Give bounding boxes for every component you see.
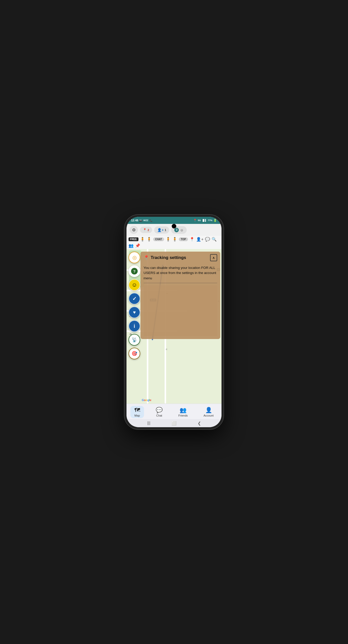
status-location-icon: 📍 bbox=[193, 219, 197, 222]
tracking-pin-icon: 📍 bbox=[144, 255, 149, 260]
help-question-icon: ? bbox=[131, 268, 138, 274]
emoji-button[interactable]: ☺ bbox=[129, 279, 140, 291]
nav-item-chat[interactable]: 💬 Chat bbox=[152, 406, 167, 418]
smiley-face-icon: ☺ bbox=[132, 282, 137, 288]
status-carrier: WZZ bbox=[143, 219, 148, 222]
home-gesture[interactable]: ⬜ bbox=[171, 421, 177, 426]
account-nav-label: Account bbox=[203, 414, 214, 417]
map-nav-label: Map bbox=[134, 414, 140, 417]
status-left: 12:48 📷 WZZ 📞 bbox=[131, 219, 152, 222]
status-battery-icon: 🔋 bbox=[213, 219, 217, 222]
top-pill[interactable]: TOP bbox=[179, 237, 188, 241]
add-friend-button[interactable]: 👤+ 1 bbox=[154, 226, 169, 234]
friends-nav-label: Friends bbox=[178, 414, 188, 417]
status-phone-icon: 📞 bbox=[149, 219, 152, 222]
pin-icon[interactable]: 📍 bbox=[189, 237, 195, 242]
info-button[interactable]: i bbox=[129, 320, 140, 332]
toolbar: FREE 🧍 🧍 CHAT 🧍 🧍 TOP 📍 👤+ 💬 🔍 👥 📌 bbox=[126, 236, 222, 249]
add-person-toolbar-icon[interactable]: 👤+ bbox=[196, 237, 203, 242]
panel-content-area bbox=[144, 285, 217, 336]
status-network: 5G bbox=[198, 219, 201, 222]
phone-frame: 12:48 📷 WZZ 📞 📍 5G ▐▌▌ 77% 🔋 ⊙ 📍 2 bbox=[124, 215, 224, 429]
heart-button[interactable]: ♥ bbox=[129, 306, 140, 318]
chat-nav-icon: 💬 bbox=[156, 407, 163, 413]
location-pin-icon: 📍 bbox=[143, 228, 147, 232]
friends-nav-icon: 👥 bbox=[180, 407, 186, 413]
person-icon-4[interactable]: 🧍 bbox=[172, 237, 177, 242]
panel-title-text: Tracking settings bbox=[151, 255, 186, 260]
panel-close-button[interactable]: ∧ bbox=[210, 254, 217, 261]
status-battery: 77% bbox=[208, 219, 212, 222]
tracking-panel: 📍 Tracking settings ∧ You can disable sh… bbox=[140, 252, 220, 339]
chat-pill[interactable]: CHAT bbox=[153, 237, 164, 241]
account-nav-icon: 👤 bbox=[205, 407, 212, 413]
camera-notch bbox=[172, 224, 176, 228]
camera-icon: ⊙ bbox=[132, 227, 135, 232]
chat-pill-label: CHAT bbox=[155, 238, 162, 241]
gesture-bar: ||| ⬜ ❮ bbox=[126, 419, 222, 427]
panel-body: You can disable sharing your location FO… bbox=[140, 263, 220, 339]
bottom-nav: 🗺 Map 💬 Chat 👥 Friends 👤 Account bbox=[126, 404, 222, 419]
location-icon[interactable]: 📌 bbox=[135, 243, 140, 248]
map-label-c: C bbox=[166, 348, 167, 350]
top-pill-label: TOP bbox=[181, 238, 186, 241]
status-time: 12:48 bbox=[131, 219, 138, 222]
panel-divider bbox=[144, 283, 217, 283]
nav-item-friends[interactable]: 👥 Friends bbox=[174, 406, 192, 418]
free-badge: FREE bbox=[129, 237, 138, 241]
message-icon[interactable]: 💬 bbox=[205, 237, 210, 242]
info-icon: i bbox=[134, 323, 135, 329]
person-icon-1[interactable]: 🧍 bbox=[140, 237, 145, 242]
add-person-icon: 👤+ bbox=[157, 228, 164, 232]
panel-title-container: 📍 Tracking settings bbox=[144, 255, 186, 260]
checkmark-icon: ✓ bbox=[132, 296, 137, 302]
check-button[interactable]: ✓ bbox=[129, 293, 140, 304]
person-icon-3[interactable]: 🧍 bbox=[166, 237, 171, 242]
location-count-button[interactable]: 📍 2 bbox=[140, 227, 152, 233]
camera-button[interactable]: ⊙ bbox=[130, 226, 138, 234]
chat-nav-label: Chat bbox=[156, 414, 162, 417]
target-pin-icon: 🎯 bbox=[132, 351, 137, 356]
panel-description-text: You can disable sharing your location FO… bbox=[144, 265, 217, 281]
google-label: Google bbox=[142, 398, 151, 402]
signal-tower-icon: 📡 bbox=[132, 337, 137, 343]
notification-count-badge: 3 bbox=[174, 228, 179, 232]
location-count-badge: 2 bbox=[148, 228, 149, 232]
map-nav-icon: 🗺 bbox=[134, 407, 140, 413]
heart-icon: ♥ bbox=[133, 310, 136, 315]
signal-button[interactable]: 📡 bbox=[129, 334, 140, 346]
target-button[interactable]: 🎯 bbox=[129, 348, 140, 359]
left-buttons: ◎ ? ☺ ✓ ♥ i 📡 bbox=[129, 252, 140, 359]
status-camera-icon: 📷 bbox=[139, 219, 142, 222]
back-gesture[interactable]: ❮ bbox=[198, 421, 201, 426]
status-signal-bars: ▐▌▌ bbox=[202, 219, 207, 222]
add-count-badge: 1 bbox=[165, 228, 166, 232]
help-button[interactable]: ? bbox=[129, 265, 140, 277]
nav-item-map[interactable]: 🗺 Map bbox=[130, 406, 144, 418]
nav-item-account[interactable]: 👤 Account bbox=[199, 406, 218, 418]
group-icon[interactable]: 👥 bbox=[129, 243, 134, 248]
phone-screen: 12:48 📷 WZZ 📞 📍 5G ▐▌▌ 77% 🔋 ⊙ 📍 2 bbox=[126, 217, 222, 427]
location-target-icon: ◎ bbox=[132, 254, 137, 260]
location-button[interactable]: ◎ bbox=[129, 252, 140, 263]
status-right: 📍 5G ▐▌▌ 77% 🔋 bbox=[193, 219, 217, 222]
search-person-icon[interactable]: 🔍 bbox=[212, 237, 217, 242]
smiley-icon: ☺ bbox=[180, 228, 183, 232]
status-bar: 12:48 📷 WZZ 📞 📍 5G ▐▌▌ 77% 🔋 bbox=[126, 217, 222, 224]
person-icon-2[interactable]: 🧍 bbox=[147, 237, 152, 242]
chevron-up-icon: ∧ bbox=[212, 256, 215, 260]
panel-header: 📍 Tracking settings ∧ bbox=[140, 252, 220, 263]
main-content: B-20 Google NIC_ALI RTA-GUIN AL RON 15 B… bbox=[126, 249, 222, 404]
recent-apps-gesture[interactable]: ||| bbox=[147, 421, 150, 425]
